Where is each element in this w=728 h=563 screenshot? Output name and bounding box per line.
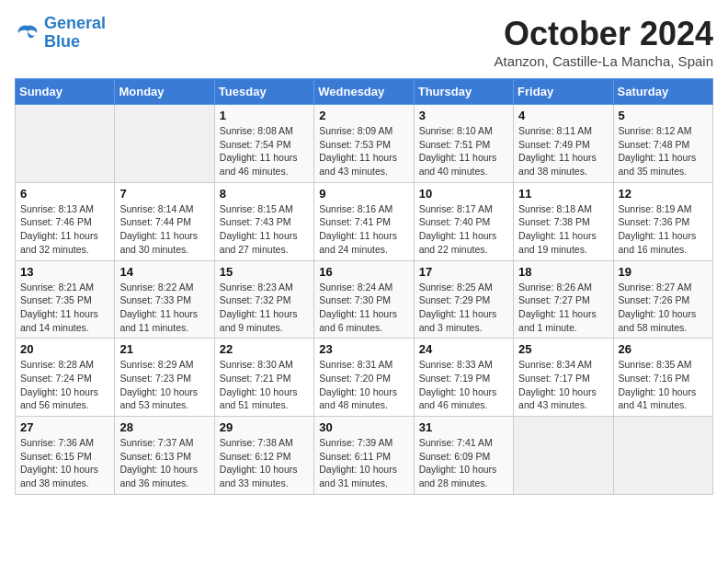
- day-info: Sunrise: 8:30 AM Sunset: 7:21 PM Dayligh…: [220, 358, 309, 412]
- day-number: 21: [119, 342, 209, 356]
- day-number: 15: [220, 265, 309, 279]
- day-info: Sunrise: 8:09 AM Sunset: 7:53 PM Dayligh…: [319, 124, 408, 178]
- calendar-cell: 16Sunrise: 8:24 AM Sunset: 7:30 PM Dayli…: [314, 260, 414, 339]
- day-info: Sunrise: 8:14 AM Sunset: 7:44 PM Dayligh…: [119, 202, 209, 257]
- calendar-cell: 12Sunrise: 8:19 AM Sunset: 7:36 PM Dayli…: [613, 182, 712, 260]
- day-number: 5: [619, 109, 708, 122]
- calendar-cell: 26Sunrise: 8:35 AM Sunset: 7:16 PM Dayli…: [613, 339, 712, 417]
- day-number: 1: [220, 109, 309, 122]
- day-number: 9: [319, 187, 408, 201]
- day-info: Sunrise: 8:12 AM Sunset: 7:48 PM Dayligh…: [619, 124, 708, 178]
- calendar-cell: 6Sunrise: 8:13 AM Sunset: 7:46 PM Daylig…: [16, 182, 115, 260]
- calendar-body: 1Sunrise: 8:08 AM Sunset: 7:54 PM Daylig…: [16, 105, 713, 495]
- day-number: 19: [619, 265, 708, 279]
- logo-text: General Blue: [44, 15, 106, 52]
- day-number: 30: [319, 420, 408, 434]
- day-info: Sunrise: 7:41 AM Sunset: 6:09 PM Dayligh…: [419, 436, 508, 490]
- calendar-cell: 10Sunrise: 8:17 AM Sunset: 7:40 PM Dayli…: [414, 182, 513, 260]
- calendar-cell: 11Sunrise: 8:18 AM Sunset: 7:38 PM Dayli…: [514, 182, 613, 260]
- calendar-cell: 5Sunrise: 8:12 AM Sunset: 7:48 PM Daylig…: [613, 105, 712, 183]
- calendar-table: SundayMondayTuesdayWednesdayThursdayFrid…: [15, 78, 713, 495]
- day-number: 3: [419, 109, 508, 122]
- calendar-cell: 3Sunrise: 8:10 AM Sunset: 7:51 PM Daylig…: [414, 105, 513, 183]
- day-number: 23: [319, 342, 408, 356]
- calendar-cell: 13Sunrise: 8:21 AM Sunset: 7:35 PM Dayli…: [16, 260, 115, 339]
- day-number: 24: [419, 342, 508, 356]
- day-number: 16: [319, 265, 408, 279]
- calendar-cell: 23Sunrise: 8:31 AM Sunset: 7:20 PM Dayli…: [314, 339, 414, 417]
- calendar-cell: 2Sunrise: 8:09 AM Sunset: 7:53 PM Daylig…: [314, 105, 414, 183]
- day-number: 28: [119, 420, 209, 434]
- day-info: Sunrise: 8:28 AM Sunset: 7:24 PM Dayligh…: [20, 358, 109, 412]
- day-number: 17: [419, 265, 508, 279]
- day-info: Sunrise: 8:21 AM Sunset: 7:35 PM Dayligh…: [20, 281, 109, 335]
- calendar-cell: 9Sunrise: 8:16 AM Sunset: 7:41 PM Daylig…: [314, 182, 414, 260]
- calendar-cell: 1Sunrise: 8:08 AM Sunset: 7:54 PM Daylig…: [214, 105, 313, 183]
- day-info: Sunrise: 8:17 AM Sunset: 7:40 PM Dayligh…: [419, 202, 508, 257]
- calendar-cell: 30Sunrise: 7:39 AM Sunset: 6:11 PM Dayli…: [314, 417, 414, 495]
- day-of-week-header: Monday: [115, 79, 214, 105]
- day-number: 11: [518, 187, 608, 201]
- calendar-cell: 8Sunrise: 8:15 AM Sunset: 7:43 PM Daylig…: [214, 182, 313, 260]
- calendar-cell: [115, 105, 214, 183]
- day-info: Sunrise: 7:38 AM Sunset: 6:12 PM Dayligh…: [220, 436, 309, 490]
- day-info: Sunrise: 8:24 AM Sunset: 7:30 PM Dayligh…: [319, 281, 408, 335]
- calendar-week-row: 6Sunrise: 8:13 AM Sunset: 7:46 PM Daylig…: [16, 182, 713, 260]
- day-of-week-header: Sunday: [16, 79, 115, 105]
- day-number: 10: [419, 187, 508, 201]
- calendar-cell: 24Sunrise: 8:33 AM Sunset: 7:19 PM Dayli…: [414, 339, 513, 417]
- day-info: Sunrise: 8:11 AM Sunset: 7:49 PM Dayligh…: [518, 124, 608, 178]
- logo-icon: [15, 22, 40, 44]
- calendar-cell: [514, 417, 613, 495]
- day-number: 4: [518, 109, 608, 122]
- day-info: Sunrise: 8:35 AM Sunset: 7:16 PM Dayligh…: [619, 358, 708, 412]
- location-text: Atanzon, Castille-La Mancha, Spain: [495, 53, 713, 69]
- calendar-week-row: 27Sunrise: 7:36 AM Sunset: 6:15 PM Dayli…: [16, 417, 713, 495]
- day-number: 12: [619, 187, 708, 201]
- day-info: Sunrise: 8:15 AM Sunset: 7:43 PM Dayligh…: [220, 202, 309, 257]
- day-number: 7: [119, 187, 209, 201]
- calendar-cell: [16, 105, 115, 183]
- day-number: 13: [20, 265, 109, 279]
- day-number: 14: [119, 265, 209, 279]
- day-number: 18: [518, 265, 608, 279]
- calendar-week-row: 1Sunrise: 8:08 AM Sunset: 7:54 PM Daylig…: [16, 105, 713, 183]
- day-info: Sunrise: 8:23 AM Sunset: 7:32 PM Dayligh…: [220, 281, 309, 335]
- day-info: Sunrise: 8:18 AM Sunset: 7:38 PM Dayligh…: [518, 202, 608, 257]
- day-info: Sunrise: 8:22 AM Sunset: 7:33 PM Dayligh…: [119, 281, 209, 335]
- calendar-cell: 14Sunrise: 8:22 AM Sunset: 7:33 PM Dayli…: [115, 260, 214, 339]
- day-number: 26: [619, 342, 708, 356]
- day-info: Sunrise: 8:31 AM Sunset: 7:20 PM Dayligh…: [319, 358, 408, 412]
- calendar-cell: 29Sunrise: 7:38 AM Sunset: 6:12 PM Dayli…: [214, 417, 313, 495]
- day-of-week-header: Thursday: [414, 79, 513, 105]
- day-info: Sunrise: 8:29 AM Sunset: 7:23 PM Dayligh…: [119, 358, 209, 412]
- day-info: Sunrise: 8:25 AM Sunset: 7:29 PM Dayligh…: [419, 281, 508, 335]
- calendar-week-row: 20Sunrise: 8:28 AM Sunset: 7:24 PM Dayli…: [16, 339, 713, 417]
- day-header-row: SundayMondayTuesdayWednesdayThursdayFrid…: [16, 79, 713, 105]
- day-info: Sunrise: 8:34 AM Sunset: 7:17 PM Dayligh…: [518, 358, 608, 412]
- calendar-cell: 15Sunrise: 8:23 AM Sunset: 7:32 PM Dayli…: [214, 260, 313, 339]
- title-block: October 2024 Atanzon, Castille-La Mancha…: [495, 15, 713, 69]
- day-of-week-header: Saturday: [613, 79, 712, 105]
- day-info: Sunrise: 7:37 AM Sunset: 6:13 PM Dayligh…: [119, 436, 209, 490]
- day-number: 6: [20, 187, 109, 201]
- calendar-cell: [613, 417, 712, 495]
- calendar-cell: 21Sunrise: 8:29 AM Sunset: 7:23 PM Dayli…: [115, 339, 214, 417]
- calendar-cell: 31Sunrise: 7:41 AM Sunset: 6:09 PM Dayli…: [414, 417, 513, 495]
- day-info: Sunrise: 8:19 AM Sunset: 7:36 PM Dayligh…: [619, 202, 708, 257]
- day-info: Sunrise: 8:08 AM Sunset: 7:54 PM Dayligh…: [220, 124, 309, 178]
- day-of-week-header: Friday: [514, 79, 613, 105]
- day-number: 25: [518, 342, 608, 356]
- day-number: 20: [20, 342, 109, 356]
- day-number: 8: [220, 187, 309, 201]
- calendar-cell: 25Sunrise: 8:34 AM Sunset: 7:17 PM Dayli…: [514, 339, 613, 417]
- calendar-cell: 20Sunrise: 8:28 AM Sunset: 7:24 PM Dayli…: [16, 339, 115, 417]
- day-info: Sunrise: 8:27 AM Sunset: 7:26 PM Dayligh…: [619, 281, 708, 335]
- day-info: Sunrise: 7:36 AM Sunset: 6:15 PM Dayligh…: [20, 436, 109, 490]
- calendar-cell: 28Sunrise: 7:37 AM Sunset: 6:13 PM Dayli…: [115, 417, 214, 495]
- day-info: Sunrise: 8:10 AM Sunset: 7:51 PM Dayligh…: [419, 124, 508, 178]
- calendar-cell: 22Sunrise: 8:30 AM Sunset: 7:21 PM Dayli…: [214, 339, 313, 417]
- day-of-week-header: Tuesday: [214, 79, 313, 105]
- calendar-cell: 4Sunrise: 8:11 AM Sunset: 7:49 PM Daylig…: [514, 105, 613, 183]
- calendar-cell: 19Sunrise: 8:27 AM Sunset: 7:26 PM Dayli…: [613, 260, 712, 339]
